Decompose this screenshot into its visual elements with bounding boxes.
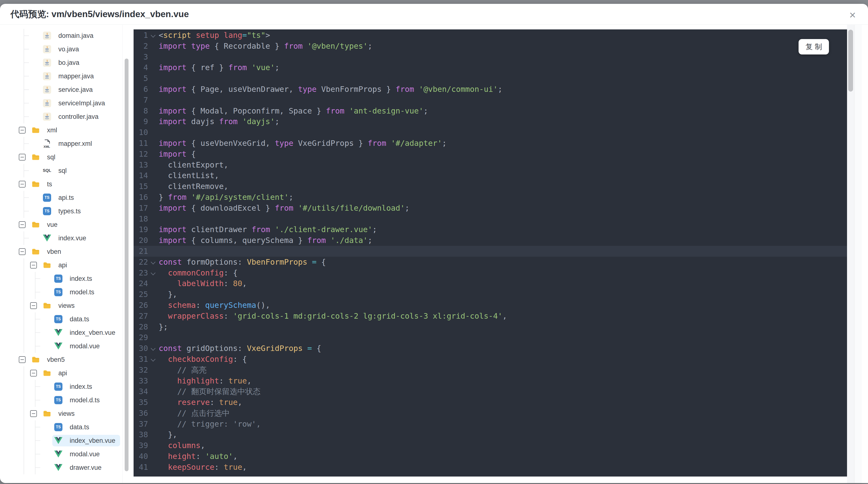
tree-item-index_vben.vue[interactable]: index_vben.vue: [0, 434, 130, 447]
code-line-32: 32 // 高亮: [133, 365, 847, 376]
tree-item-xml[interactable]: xml: [0, 123, 130, 137]
tree-guide-line: [30, 326, 41, 340]
code-text: import clientDrawer from './client-drawe…: [159, 224, 377, 235]
code-text: import { Page, useVbenDrawer, type VbenF…: [159, 84, 502, 95]
tree-item-label: vben: [47, 248, 61, 256]
tree-item-modal.vue[interactable]: modal.vue: [0, 447, 130, 461]
tree-item-mapper.java[interactable]: mapper.java: [0, 69, 130, 83]
tree-item-content: TSdata.ts: [52, 313, 94, 325]
line-number: 8: [133, 105, 148, 117]
collapse-toggle[interactable]: [19, 248, 26, 255]
tree-item-api.ts[interactable]: TSapi.ts: [0, 191, 130, 204]
tree-item-views[interactable]: views: [0, 407, 130, 420]
collapse-toggle[interactable]: [30, 262, 37, 268]
tree-item-model.ts[interactable]: TSmodel.ts: [0, 285, 130, 299]
fold-toggle-icon[interactable]: [148, 354, 159, 365]
tree-item-data.ts[interactable]: TSdata.ts: [0, 312, 130, 326]
tree-item-vue[interactable]: vue: [0, 218, 130, 231]
code-line-1: 1<script setup lang="ts">: [133, 30, 847, 41]
line-number: 7: [133, 95, 148, 105]
tree-item-content: XMLmapper.xml: [41, 138, 97, 150]
tree-item-label: index.ts: [70, 383, 92, 390]
copy-button[interactable]: 复 制: [799, 39, 829, 55]
fold-toggle-icon[interactable]: [148, 267, 159, 279]
tree-item-vben5[interactable]: vben5: [0, 353, 130, 366]
tree-item-service.java[interactable]: service.java: [0, 83, 130, 96]
collapse-toggle[interactable]: [19, 221, 26, 228]
code-text: height: 'auto',: [159, 451, 238, 462]
tree-item-bo.java[interactable]: bo.java: [0, 56, 130, 69]
tree-item-index.vue[interactable]: index.vue: [0, 231, 130, 245]
line-number: 28: [133, 322, 148, 332]
tree-item-label: types.ts: [58, 207, 81, 215]
code-text: columns,: [159, 440, 205, 451]
collapse-toggle[interactable]: [19, 181, 26, 188]
tree-scrollbar-thumb[interactable]: [125, 59, 128, 471]
tree-item-index_vben.vue[interactable]: index_vben.vue: [0, 326, 130, 340]
tree-item-vben[interactable]: vben: [0, 245, 130, 258]
collapse-toggle[interactable]: [19, 154, 26, 161]
fold-spacer: [148, 127, 159, 138]
tree-scrollbar[interactable]: [123, 25, 129, 483]
ts-file-icon: TS: [54, 288, 62, 296]
tree-item-views[interactable]: views: [0, 299, 130, 312]
fold-toggle-icon[interactable]: [148, 343, 159, 354]
tree-item-model.d.ts[interactable]: TSmodel.d.ts: [0, 393, 130, 407]
tree-item-label: domain.java: [58, 32, 94, 39]
editor-scrollbar-thumb[interactable]: [848, 30, 853, 92]
tree-item-label: serviceImpl.java: [58, 100, 105, 107]
tree-item-drawer.vue[interactable]: drawer.vue: [0, 461, 130, 474]
tree-item-data.ts[interactable]: TSdata.ts: [0, 420, 130, 434]
collapse-toggle[interactable]: [30, 410, 37, 417]
java-file-icon: [43, 112, 51, 121]
collapse-toggle[interactable]: [30, 370, 37, 377]
editor-scrollbar[interactable]: [847, 25, 855, 483]
line-number: 15: [133, 181, 148, 192]
tree-item-content: index.vue: [41, 232, 91, 244]
tree-item-sql[interactable]: SQLsql: [0, 164, 130, 178]
code-line-2: 2import type { Recordable } from '@vben/…: [133, 41, 847, 52]
code-text: import type { Recordable } from '@vben/t…: [159, 41, 372, 52]
tree-item-domain.java[interactable]: domain.java: [0, 29, 130, 42]
ts-file-icon: TS: [54, 275, 62, 283]
code-preview-modal: 代码预览: vm/vben5/views/index_vben.vue × do…: [0, 4, 868, 483]
tree-guide-line: [19, 407, 30, 420]
tree-item-label: vo.java: [58, 45, 79, 53]
tree-guide-line: [19, 420, 30, 434]
tree-item-content: controller.java: [41, 111, 103, 123]
fold-toggle-icon[interactable]: [148, 30, 159, 41]
tree-item-api[interactable]: api: [0, 366, 130, 380]
tree-item-ts[interactable]: ts: [0, 178, 130, 191]
code-text: import { downloadExcel } from '#/utils/f…: [159, 203, 409, 214]
tree-item-serviceImpl.java[interactable]: serviceImpl.java: [0, 96, 130, 110]
close-button[interactable]: ×: [846, 8, 859, 22]
fold-spacer: [148, 408, 159, 419]
collapse-toggle[interactable]: [19, 356, 26, 363]
tree-item-content: vue: [30, 219, 62, 230]
tree-item-types.ts[interactable]: TStypes.ts: [0, 204, 130, 218]
tree-item-modal.vue[interactable]: modal.vue: [0, 340, 130, 353]
tree-item-vo.java[interactable]: vo.java: [0, 42, 130, 56]
tree-item-sql[interactable]: sql: [0, 151, 130, 164]
tree-item-api[interactable]: api: [0, 258, 130, 272]
tree-item-index.ts[interactable]: TSindex.ts: [0, 380, 130, 393]
tree-item-content: views: [41, 408, 80, 419]
line-number: 9: [133, 116, 148, 127]
tree-item-controller.java[interactable]: controller.java: [0, 110, 130, 123]
vue-file-icon: [54, 463, 62, 472]
java-file-icon: [43, 59, 51, 67]
tree-item-mapper.xml[interactable]: XMLmapper.xml: [0, 137, 130, 151]
line-number: 20: [133, 235, 148, 246]
collapse-toggle[interactable]: [30, 302, 37, 309]
fold-toggle-icon[interactable]: [148, 257, 159, 267]
tree-guide-line: [19, 326, 30, 340]
tree-item-index.ts[interactable]: TSindex.ts: [0, 272, 130, 285]
code-text: <script setup lang="ts">: [159, 30, 270, 41]
tree-item-label: index_vben.vue: [70, 329, 115, 336]
fold-spacer: [148, 116, 159, 127]
file-tree: domain.javavo.javabo.javamapper.javaserv…: [0, 29, 130, 474]
line-number: 35: [133, 397, 148, 408]
code-text: wrapperClass: 'grid-cols-1 md:grid-cols-…: [159, 311, 507, 322]
collapse-toggle[interactable]: [19, 127, 26, 133]
fold-spacer: [148, 429, 159, 440]
